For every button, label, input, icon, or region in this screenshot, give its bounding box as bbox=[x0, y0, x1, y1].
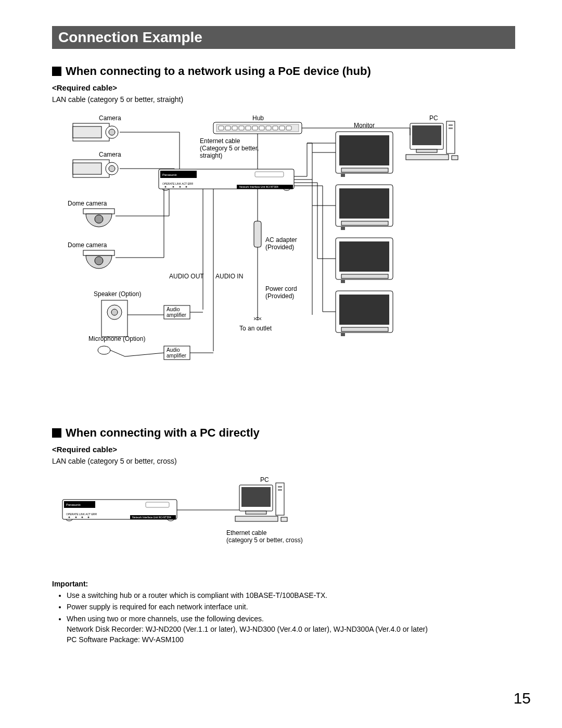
section1-body: LAN cable (category 5 or better, straigh… bbox=[52, 95, 515, 104]
pc-icon bbox=[235, 483, 287, 521]
svg-rect-23 bbox=[225, 126, 231, 130]
svg-rect-65 bbox=[341, 227, 345, 230]
page-number: 15 bbox=[514, 689, 531, 707]
ac-l1: AC adapter bbox=[265, 236, 297, 244]
svg-rect-94 bbox=[406, 155, 449, 160]
camera-icon: Camera bbox=[73, 114, 121, 141]
svg-point-40 bbox=[180, 186, 181, 188]
svg-rect-56 bbox=[254, 221, 261, 247]
amp1-l2: amplifier bbox=[167, 312, 186, 318]
svg-line-53 bbox=[125, 353, 164, 356]
speaker-label: Speaker (Option) bbox=[94, 290, 141, 298]
audio-out-label: AUDIO OUT bbox=[169, 273, 204, 280]
svg-rect-108 bbox=[246, 511, 266, 514]
section2-heading-text: When connecting with a PC directly bbox=[66, 426, 260, 440]
page-title-bar: Connection Example bbox=[52, 26, 515, 49]
dome-camera-icon: Dome camera bbox=[68, 241, 114, 269]
svg-point-41 bbox=[186, 186, 187, 188]
section1-heading-text: When connecting to a network using a PoE… bbox=[66, 65, 371, 78]
svg-rect-93 bbox=[449, 127, 453, 129]
audio-in-label: AUDIO IN bbox=[215, 273, 243, 280]
svg-rect-5 bbox=[73, 163, 101, 174]
square-bullet-icon bbox=[52, 67, 61, 76]
svg-point-11 bbox=[95, 257, 103, 265]
ethcable-l3: straight) bbox=[200, 152, 222, 159]
section1-heading: When connecting to a network using a PoE… bbox=[52, 65, 515, 78]
niu2-leds: OPERATE LINK ACT ERR bbox=[66, 513, 97, 516]
svg-point-105 bbox=[88, 517, 90, 518]
outlet-label: To an outlet bbox=[239, 325, 272, 332]
camera-icon: Camera bbox=[73, 151, 121, 177]
niu-brand: Panasonic bbox=[162, 173, 177, 176]
monitor-icon bbox=[336, 291, 393, 336]
important-bullet: Power supply is required for each networ… bbox=[67, 602, 515, 612]
pc2-label: PC bbox=[260, 476, 269, 483]
pc-label: PC bbox=[429, 114, 438, 122]
mic-label: Microphone (Option) bbox=[88, 335, 145, 342]
svg-rect-107 bbox=[241, 487, 271, 507]
important-subline: PC Software Package: WV-ASM100 bbox=[67, 635, 184, 644]
svg-rect-73 bbox=[341, 333, 345, 336]
diagram-poe: Camera Camera Dome camera D bbox=[52, 112, 515, 390]
important-block: Important: Use a switching hub or a rout… bbox=[52, 580, 515, 645]
monitor-icon bbox=[336, 132, 393, 177]
svg-rect-67 bbox=[339, 241, 389, 272]
svg-rect-109 bbox=[276, 483, 284, 515]
diagram-direct: Panasonic Network Interface Unit WJ-NT30… bbox=[52, 474, 515, 559]
svg-rect-32 bbox=[286, 126, 291, 130]
pc-icon bbox=[406, 121, 458, 160]
svg-point-39 bbox=[173, 186, 174, 188]
svg-rect-24 bbox=[232, 126, 237, 130]
square-bullet-icon bbox=[52, 428, 61, 438]
dome1-label: Dome camera bbox=[68, 200, 107, 207]
pc-l1: Power cord bbox=[265, 285, 297, 292]
pc-l2: (Provided) bbox=[265, 292, 294, 300]
svg-rect-68 bbox=[341, 274, 388, 278]
svg-rect-36 bbox=[255, 172, 284, 177]
section2-sub-heading: <Required cable> bbox=[52, 445, 515, 454]
niu-icon: Panasonic Network Interface Unit WJ-NT30… bbox=[62, 500, 177, 521]
svg-rect-63 bbox=[339, 188, 389, 219]
svg-rect-100 bbox=[146, 502, 169, 507]
svg-point-104 bbox=[82, 517, 83, 518]
svg-rect-59 bbox=[339, 135, 389, 165]
amp2-l1: Audio bbox=[167, 347, 180, 353]
svg-point-50 bbox=[98, 346, 110, 354]
niu2-text: Network Interface Unit WJ-NT304 bbox=[132, 516, 171, 519]
svg-rect-29 bbox=[266, 126, 271, 130]
svg-rect-64 bbox=[341, 221, 388, 225]
svg-rect-28 bbox=[259, 126, 264, 130]
hub-label: Hub bbox=[252, 114, 264, 122]
section2-body: LAN cable (category 5 or better, cross) bbox=[52, 457, 515, 465]
dome-camera-icon: Dome camera bbox=[68, 200, 114, 227]
camera2-label: Camera bbox=[99, 151, 121, 158]
svg-point-9 bbox=[95, 215, 103, 223]
svg-point-3 bbox=[109, 129, 115, 135]
svg-rect-22 bbox=[219, 126, 224, 130]
eth2-l1: Ethernet cable bbox=[226, 529, 267, 537]
camera1-label: Camera bbox=[99, 114, 121, 122]
svg-rect-26 bbox=[246, 126, 251, 130]
ethcable-l2: (Category 5 or better, bbox=[200, 145, 259, 152]
svg-point-46 bbox=[111, 309, 118, 315]
svg-rect-72 bbox=[341, 327, 388, 331]
svg-rect-111 bbox=[278, 489, 282, 491]
svg-rect-71 bbox=[339, 295, 389, 325]
eth2-l2: (category 5 or better, cross) bbox=[226, 537, 303, 544]
section2-heading: When connecting with a PC directly bbox=[52, 426, 515, 440]
important-title: Important: bbox=[52, 580, 515, 588]
important-subline: Network Disk Recorder: WJ-ND200 (Ver.1.1… bbox=[67, 625, 428, 633]
svg-rect-27 bbox=[252, 126, 258, 130]
svg-rect-95 bbox=[452, 156, 458, 160]
svg-rect-113 bbox=[281, 517, 287, 521]
svg-point-102 bbox=[69, 517, 70, 518]
svg-rect-90 bbox=[416, 149, 437, 152]
section1-sub-heading: <Required cable> bbox=[52, 83, 515, 92]
svg-rect-69 bbox=[341, 280, 345, 283]
important-bullet: Use a switching hub or a router which is… bbox=[67, 590, 515, 601]
svg-rect-1 bbox=[73, 126, 101, 138]
monitor-icon bbox=[336, 185, 393, 230]
monitor-icon bbox=[336, 238, 393, 283]
svg-rect-110 bbox=[278, 486, 282, 488]
niu-text: Network Interface Unit WJ-NT304 bbox=[239, 185, 278, 188]
